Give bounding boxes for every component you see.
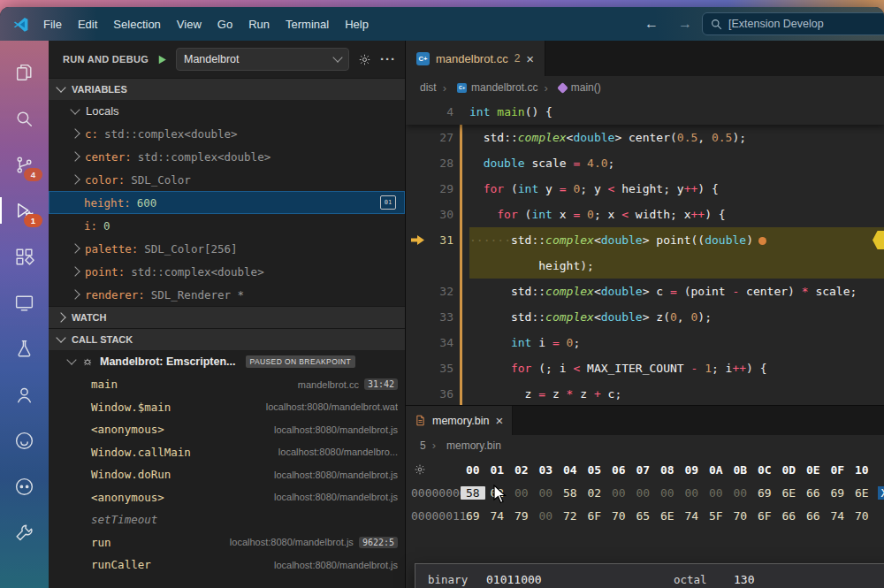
activity-github[interactable] bbox=[0, 417, 49, 463]
hex-byte[interactable]: 70 bbox=[850, 509, 874, 523]
view-binary-icon[interactable] bbox=[380, 195, 396, 210]
hex-byte[interactable]: 00 bbox=[655, 486, 680, 500]
variable-row-palette[interactable]: palette:SDL_Color[256] bbox=[49, 237, 405, 260]
editor-gutter[interactable]: 33 bbox=[406, 304, 469, 330]
tab-mandelbrot-cc[interactable]: mandelbrot.cc 2 bbox=[406, 41, 545, 76]
hex-byte[interactable]: 00 bbox=[704, 486, 728, 500]
hex-byte[interactable]: 72 bbox=[558, 509, 583, 523]
code-text[interactable]: std::complex<double> c = (point - center… bbox=[469, 279, 884, 304]
hex-byte[interactable]: 70 bbox=[606, 509, 631, 523]
breadcrumb-item-dist[interactable]: dist bbox=[420, 81, 437, 94]
activity-copilot[interactable] bbox=[0, 463, 49, 509]
variable-row-point[interactable]: point:std::complex<double> bbox=[49, 260, 405, 283]
code-text[interactable]: ······std::complex<double> point((double… bbox=[469, 227, 884, 253]
hex-settings-gear-icon[interactable] bbox=[414, 463, 426, 476]
variable-row-c[interactable]: c:std::complex<double> bbox=[49, 122, 405, 145]
hex-byte[interactable]: 00 bbox=[728, 486, 753, 500]
menu-run[interactable]: Run bbox=[240, 7, 278, 41]
start-debug-button[interactable] bbox=[156, 53, 169, 66]
menu-go[interactable]: Go bbox=[210, 7, 240, 41]
code-text[interactable]: z = z * z + c; bbox=[469, 381, 884, 405]
stack-frame[interactable]: <anonymous>localhost:8080/mandelbrot.js bbox=[49, 418, 405, 441]
variable-row-center[interactable]: center:std::complex<double> bbox=[49, 145, 405, 168]
command-center-search[interactable]: [Extension Develop bbox=[702, 12, 884, 35]
stack-frame[interactable]: Window.callMainlocalhost:8080/mandelbro.… bbox=[49, 441, 405, 464]
hex-byte[interactable]: 00 bbox=[680, 486, 705, 500]
hex-byte[interactable]: 70 bbox=[728, 509, 753, 523]
hex-byte[interactable]: 6F bbox=[583, 509, 607, 523]
activity-testing[interactable] bbox=[0, 325, 49, 371]
editor-gutter[interactable]: 27 bbox=[406, 125, 469, 150]
code-text[interactable]: double scale = 4.0; bbox=[469, 150, 884, 176]
hex-byte[interactable]: 00 bbox=[534, 486, 559, 500]
menu-edit[interactable]: Edit bbox=[70, 7, 105, 41]
editor-gutter[interactable]: 36 bbox=[406, 381, 469, 405]
variables-section-header[interactable]: VARIABLES bbox=[49, 78, 405, 100]
code-text[interactable]: std::complex<double> center(0.5, 0.5); bbox=[469, 125, 884, 150]
hex-byte[interactable]: 00 bbox=[606, 486, 631, 500]
hex-byte[interactable]: 6F bbox=[752, 509, 777, 523]
hex-byte[interactable]: 6E bbox=[850, 486, 874, 500]
breadcrumb-item-symbol[interactable]: main() bbox=[544, 81, 600, 95]
hex-byte[interactable]: 6E bbox=[777, 486, 802, 500]
decoded-text-cell[interactable]: X bbox=[878, 486, 884, 500]
scope-locals[interactable]: Locals bbox=[49, 100, 405, 122]
activity-run-and-debug[interactable]: 1 bbox=[0, 187, 49, 233]
activity-accounts[interactable] bbox=[0, 371, 49, 417]
variable-row-color[interactable]: color:SDL_Color bbox=[49, 168, 405, 191]
breadcrumb-item-file[interactable]: mandelbrot.cc bbox=[443, 81, 538, 95]
editor-gutter[interactable]: 4 bbox=[406, 99, 469, 125]
hex-byte[interactable]: 79 bbox=[509, 509, 534, 523]
hex-byte[interactable]: 69 bbox=[752, 486, 777, 500]
activity-search[interactable] bbox=[0, 95, 49, 141]
close-icon[interactable] bbox=[526, 51, 534, 66]
stack-frame[interactable]: mainmandelbrot.cc31:42 bbox=[49, 373, 405, 396]
editor-gutter[interactable]: 31 bbox=[406, 227, 469, 253]
code-text[interactable]: std::complex<double> z(0, 0); bbox=[469, 304, 884, 330]
editor-gutter[interactable]: 28 bbox=[406, 150, 469, 176]
variable-row-renderer[interactable]: renderer:SDL_Renderer * bbox=[49, 283, 405, 306]
back-arrow-icon[interactable] bbox=[635, 16, 668, 32]
menu-view[interactable]: View bbox=[169, 7, 210, 41]
hex-byte[interactable]: 6E bbox=[655, 509, 680, 523]
editor-gutter[interactable]: 35 bbox=[406, 355, 469, 381]
stack-frame[interactable]: <anonymous>localhost:8080/mandelbrot.js bbox=[49, 486, 405, 509]
hex-byte[interactable]: 74 bbox=[680, 509, 705, 523]
hex-byte[interactable]: 5F bbox=[704, 509, 728, 523]
menu-help[interactable]: Help bbox=[337, 7, 377, 41]
activity-tools[interactable] bbox=[0, 509, 49, 555]
activity-source-control[interactable]: 4 bbox=[0, 141, 49, 187]
variable-row-i[interactable]: i:0 bbox=[49, 214, 405, 237]
activity-explorer[interactable] bbox=[0, 50, 49, 95]
code-editor[interactable]: 4int main() { 27std::complex<double> cen… bbox=[406, 99, 884, 405]
stack-frame[interactable]: Window.doRunlocalhost:8080/mandelbrot.js bbox=[49, 463, 405, 486]
hex-byte[interactable]: 66 bbox=[801, 509, 826, 523]
activity-extensions[interactable] bbox=[0, 233, 49, 279]
editor-gutter[interactable]: 29 bbox=[406, 176, 469, 202]
code-text[interactable]: int i = 0; bbox=[469, 330, 884, 355]
editor-gutter[interactable]: 34 bbox=[406, 330, 469, 355]
more-actions-button[interactable] bbox=[380, 51, 396, 67]
menu-terminal[interactable]: Terminal bbox=[278, 7, 337, 41]
code-text[interactable]: height); bbox=[469, 253, 884, 279]
hex-byte[interactable]: 02 bbox=[583, 486, 607, 500]
hex-byte[interactable]: 69 bbox=[826, 486, 850, 500]
code-text[interactable]: for (; i < MAX_ITER_COUNT - 1; i++) { bbox=[469, 355, 884, 381]
code-text[interactable]: for (int x = 0; x < width; x++) { bbox=[469, 202, 884, 227]
hex-byte[interactable]: 66 bbox=[801, 486, 826, 500]
menu-file[interactable]: File bbox=[35, 7, 70, 41]
watch-section-header[interactable]: WATCH bbox=[49, 306, 405, 328]
menu-selection[interactable]: Selection bbox=[105, 7, 168, 41]
forward-arrow-icon[interactable] bbox=[668, 16, 702, 32]
hex-byte[interactable]: 00 bbox=[509, 486, 534, 500]
close-icon[interactable] bbox=[495, 413, 503, 428]
inline-breakpoint-dot[interactable] bbox=[758, 237, 766, 245]
editor-gutter[interactable] bbox=[406, 253, 469, 279]
hex-byte[interactable]: 65 bbox=[631, 509, 656, 523]
debug-session-row[interactable]: Mandelbrot: Emscripten... PAUSED ON BREA… bbox=[49, 350, 405, 373]
breadcrumb-item-memory-file[interactable]: memory.bin bbox=[432, 439, 501, 452]
gear-icon[interactable] bbox=[356, 51, 373, 68]
stack-frame[interactable]: runCallerlocalhost:8080/mandelbrot.js bbox=[49, 554, 405, 577]
launch-config-dropdown[interactable]: Mandelbrot bbox=[176, 48, 349, 71]
stack-frame[interactable]: setTimeout bbox=[49, 508, 405, 531]
